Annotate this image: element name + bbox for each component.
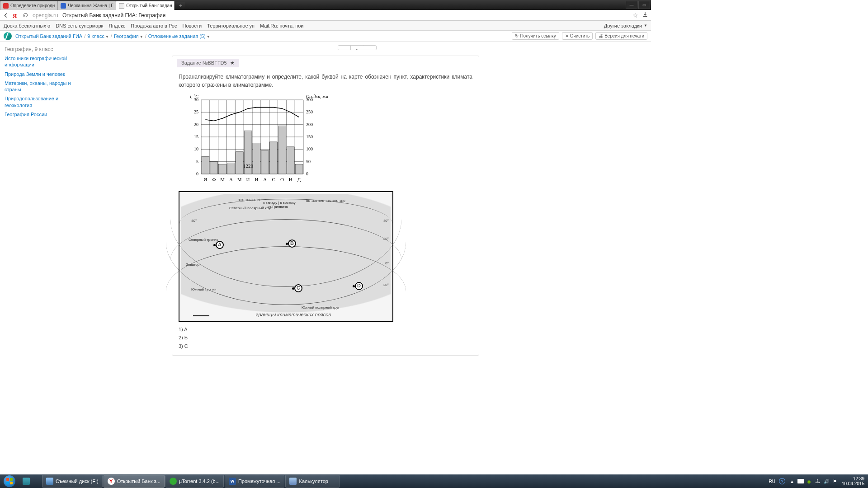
tab-title: Определите природн [10, 3, 55, 8]
reload-button[interactable] [23, 12, 29, 19]
map-text: Южный тропик [191, 287, 216, 292]
answer-option[interactable]: 3) С [179, 343, 472, 350]
bookmark-item[interactable]: Mail.Ru: почта, пои [260, 23, 303, 28]
task-text: Проанализируйте климатограмму и определи… [179, 73, 472, 89]
chevron-down-icon: ▼ [644, 23, 647, 28]
svg-text:150: 150 [306, 134, 313, 139]
print-icon: 🖨 [599, 33, 603, 38]
star-icon[interactable]: ★ [230, 60, 235, 66]
map-text: 120 100 80 60 [238, 197, 261, 203]
pager: « » [338, 45, 377, 50]
world-map: ABCD Северный тропикЭкваторЮжный тропикЮ… [179, 191, 393, 322]
back-button[interactable] [3, 12, 9, 19]
page-icon [119, 3, 124, 9]
page-title: Открытый Банк заданий ГИА: География [62, 12, 165, 19]
window-controls: — ▭ [626, 1, 651, 9]
bookmark-item[interactable]: Продажа авто в Рос [131, 23, 177, 28]
site-logo-icon[interactable] [4, 32, 12, 40]
chevron-down-icon: ▼ [105, 35, 109, 39]
task-label: Задание №BBFFD5 ★ [177, 59, 239, 67]
breadcrumb-separator: / [111, 33, 112, 39]
url-host: opengia.ru [33, 12, 58, 19]
close-icon[interactable]: × [174, 3, 175, 9]
map-text: Экватор [186, 262, 199, 267]
breadcrumb-bar: Открытый Банк заданий ГИА / 9 класс▼ / Г… [0, 31, 651, 42]
chevron-down-icon: ▼ [207, 35, 210, 39]
tab-title: Черкашина Жанна | Г [68, 3, 113, 8]
svg-text:5: 5 [196, 159, 198, 164]
breadcrumb-item[interactable]: Открытый Банк заданий ГИА [15, 33, 82, 39]
task-body: Проанализируйте климатограмму и определи… [172, 70, 479, 356]
breadcrumb-separator: / [84, 33, 85, 39]
task-card: Задание №BBFFD5 ★ Проанализируйте климат… [172, 56, 479, 356]
downloads-icon[interactable] [642, 11, 648, 19]
address-bar: Я opengia.ru Открытый Банк заданий ГИА: … [0, 10, 651, 21]
map-legend-line [193, 315, 209, 316]
clear-icon: ✕ [565, 33, 569, 38]
bookmark-item[interactable]: Доска бесплатных о [4, 23, 50, 28]
bookmark-item[interactable]: Яндекс [108, 23, 125, 28]
new-tab-button[interactable]: + [176, 2, 185, 10]
bookmark-item[interactable]: Территориальное уп [207, 23, 255, 28]
tabs-container: Определите природн Черкашина Жанна | Г О… [0, 0, 185, 10]
yandex-logo-icon[interactable]: Я [13, 12, 19, 19]
browser-tab-active[interactable]: Открытый Банк задан × [116, 1, 175, 10]
svg-text:Осадки, мм: Осадки, мм [306, 94, 329, 99]
map-text: Южный полярный круг [302, 305, 340, 310]
browser-tab[interactable]: Определите природн [0, 1, 58, 10]
sidebar: География, 9 класс Источники географичес… [0, 42, 90, 356]
main-area: География, 9 класс Источники географичес… [0, 42, 651, 356]
browser-tab[interactable]: Черкашина Жанна | Г [57, 1, 116, 10]
svg-text:10: 10 [194, 146, 198, 151]
sidebar-heading: География, 9 класс [5, 46, 86, 52]
map-legend: границы климатических поясов [256, 311, 331, 319]
url-field[interactable]: opengia.ru Открытый Банк заданий ГИА: Ге… [33, 12, 629, 19]
favicon-icon [3, 3, 9, 9]
sidebar-link[interactable]: Источники географической информации [5, 55, 86, 68]
svg-text:250: 250 [306, 109, 313, 114]
breadcrumb-item[interactable]: Отложенные задания (5)▼ [148, 33, 210, 39]
link-icon: ↻ [515, 33, 519, 38]
task-header: Задание №BBFFD5 ★ [172, 56, 479, 70]
answer-option[interactable]: 2) B [179, 334, 472, 342]
pager-input[interactable] [351, 46, 363, 50]
tab-title: Открытый Банк задан [126, 3, 172, 8]
clear-button[interactable]: ✕Очистить [562, 32, 593, 40]
svg-text:200: 200 [306, 122, 313, 127]
map-text: 80 100 120 140 160 180 [306, 198, 345, 204]
map-point-D: D [355, 282, 363, 290]
maximize-button[interactable]: ▭ [638, 1, 650, 9]
pager-prev[interactable]: « [338, 46, 351, 50]
breadcrumb-separator: / [145, 33, 146, 39]
pager-next[interactable]: » [363, 46, 376, 50]
map-point-B: B [288, 239, 296, 248]
breadcrumb-item[interactable]: 9 класс▼ [87, 33, 109, 39]
bookmark-star-icon[interactable]: ☆ [632, 12, 638, 19]
pager-page [351, 46, 363, 50]
chevron-down-icon: ▼ [140, 35, 143, 39]
svg-text:t, °C: t, °C [190, 94, 199, 99]
bookmark-item[interactable]: Новости [183, 23, 202, 28]
print-button[interactable]: 🖨Версия для печати [595, 32, 647, 40]
svg-text:15: 15 [194, 134, 198, 139]
svg-text:20: 20 [194, 122, 198, 127]
browser-tabs-bar: Определите природн Черкашина Жанна | Г О… [0, 0, 651, 10]
map-text: Северный полярный круг [229, 206, 272, 211]
breadcrumb-item[interactable]: География▼ [114, 33, 143, 39]
bookmarks-bar: Доска бесплатных о DNS сеть супермарк Ян… [0, 21, 651, 31]
sidebar-link[interactable]: География России [5, 111, 86, 117]
crumb-actions: ↻Получить ссылку ✕Очистить 🖨Версия для п… [512, 32, 647, 40]
bookmark-item[interactable]: DNS сеть супермарк [56, 23, 103, 28]
get-link-button[interactable]: ↻Получить ссылку [512, 32, 559, 40]
sidebar-link[interactable]: Природа Земли и человек [5, 71, 86, 77]
svg-text:25: 25 [194, 109, 198, 114]
sidebar-link[interactable]: Природопользование и геоэкология [5, 95, 86, 108]
minimize-button[interactable]: — [626, 1, 637, 9]
content: « » Задание №BBFFD5 ★ Проанализируйте кл… [172, 42, 479, 356]
other-bookmarks[interactable]: Другие закладки ▼ [604, 23, 647, 28]
favicon-icon [61, 3, 66, 9]
other-bookmarks-label: Другие закладки [604, 23, 642, 28]
map-text: Северный тропик [189, 237, 218, 243]
sidebar-link[interactable]: Материки, океаны, народы и страны [5, 80, 86, 93]
map-point-C: C [294, 284, 302, 292]
